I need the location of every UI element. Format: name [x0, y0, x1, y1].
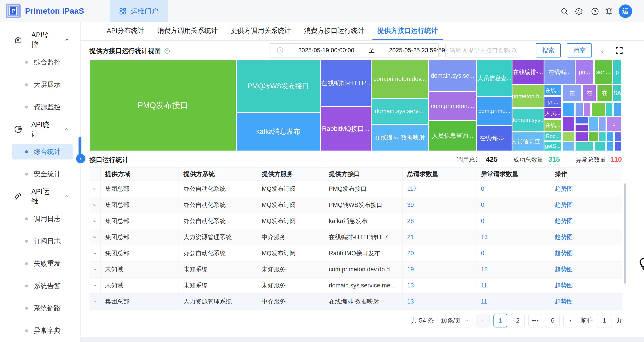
error-requests-link[interactable]: 13	[481, 234, 488, 241]
treemap-cell[interactable]	[589, 132, 598, 141]
treemap-cell[interactable]: 在线编排-HTTP...	[320, 60, 371, 107]
treemap-cell[interactable]: p	[606, 117, 622, 131]
row-expand-icon[interactable]	[90, 262, 101, 277]
treemap-cell[interactable]	[599, 117, 606, 131]
treemap-cell[interactable]	[614, 142, 622, 151]
treemap-cell[interactable]: pri...	[544, 96, 562, 107]
error-requests-link[interactable]: 11	[481, 298, 487, 305]
row-expand-icon[interactable]	[90, 278, 101, 293]
title-help-icon[interactable]: ?	[164, 48, 170, 54]
sidebar-item-安全统计[interactable]: 安全统计	[0, 163, 80, 185]
error-requests-link[interactable]: 0	[481, 250, 484, 257]
total-requests-link[interactable]: 20	[407, 250, 414, 257]
row-expand-icon[interactable]	[90, 294, 101, 309]
treemap-cell[interactable]: SA	[613, 85, 622, 102]
treemap-cell[interactable]: 人员信息查...	[512, 132, 544, 151]
back-arrow-icon[interactable]: ←	[599, 43, 609, 57]
treemap-cell[interactable]: 人员...	[544, 108, 562, 119]
treemap-cell[interactable]: 人员信息查...	[477, 60, 512, 97]
treemap-cell[interactable]	[575, 102, 583, 116]
trend-chart-link[interactable]: 趋势图	[555, 185, 573, 193]
treemap-cell[interactable]	[562, 142, 575, 151]
treemap-cell[interactable]	[594, 142, 606, 151]
notification-bell-icon[interactable]	[605, 7, 613, 16]
row-expand-icon[interactable]	[90, 197, 101, 213]
more-pages-button[interactable]: •••	[528, 314, 542, 328]
treemap-cell[interactable]	[562, 132, 575, 141]
treemap-cell[interactable]: getS...	[544, 141, 562, 151]
error-requests-link[interactable]: 0	[481, 186, 484, 192]
sidebar-item-综合监控[interactable]: 综合监控	[0, 51, 80, 73]
treemap-cell[interactable]: 在线...	[544, 119, 562, 131]
treemap-cell[interactable]	[575, 132, 588, 141]
sidebar-item-大屏展示[interactable]: 大屏展示	[0, 73, 80, 96]
treemap-cell[interactable]: RabbitMQ接口...	[320, 107, 371, 151]
search-icon[interactable]	[560, 7, 569, 16]
sidebar-group-1[interactable]: API统计	[0, 118, 80, 140]
treemap-cell[interactable]	[606, 132, 614, 141]
treemap-cell[interactable]: PMQ发布接口	[90, 60, 236, 151]
sidebar-group-2[interactable]: API运维	[0, 185, 80, 208]
treemap-cell[interactable]: domain.sys.servi...	[371, 98, 428, 124]
treemap-cell[interactable]	[575, 117, 588, 124]
treemap-cell[interactable]	[599, 132, 606, 141]
sidebar-item-失败重发[interactable]: 失败重发	[0, 252, 80, 275]
treemap-cell[interactable]: domain.sys.se...	[428, 60, 477, 92]
goto-page-input[interactable]	[597, 314, 612, 328]
sidebar-item-综合统计[interactable]: 综合统计	[0, 140, 80, 163]
total-requests-link[interactable]: 28	[407, 218, 414, 224]
tab-提供方调用关系统计[interactable]: 提供方调用关系统计	[226, 22, 296, 40]
prev-page-button[interactable]: ‹	[476, 314, 490, 328]
tab-消费方接口运行统计[interactable]: 消费方接口运行统计	[299, 22, 369, 40]
treemap-cell[interactable]	[606, 142, 614, 151]
treemap-cell[interactable]: com.prime...	[477, 97, 512, 126]
treemap-cell[interactable]	[584, 102, 591, 116]
sidebar-group-0[interactable]: API监控	[0, 29, 80, 51]
treemap-cell[interactable]: 在	[562, 85, 582, 102]
treemap-cell[interactable]: primeton.h...	[512, 85, 544, 108]
sidebar-collapse-button[interactable]: ‹	[76, 154, 86, 163]
tab-API分布统计[interactable]: API分布统计	[102, 22, 149, 40]
search-button[interactable]: 搜索	[536, 43, 561, 58]
treemap-cell[interactable]	[614, 132, 622, 141]
clear-button[interactable]: 清空	[567, 43, 592, 58]
treemap-cell[interactable]: 在	[597, 85, 612, 102]
total-requests-link[interactable]: 39	[407, 202, 414, 208]
row-expand-icon[interactable]	[90, 245, 101, 261]
treemap-cell[interactable]: PMQ转WS发布接口	[236, 60, 320, 112]
date-range-picker[interactable]: 2025-05-19 00:00:00 至 2025-05-25 23:59:5…	[270, 43, 439, 58]
total-requests-link[interactable]: 19	[407, 266, 414, 273]
row-expand-icon[interactable]	[90, 181, 101, 196]
sidebar-item-订阅日志[interactable]: 订阅日志	[0, 230, 80, 252]
total-requests-link[interactable]: 21	[407, 234, 414, 241]
trend-chart-link[interactable]: 趋势图	[555, 201, 573, 209]
treemap-cell[interactable]	[575, 124, 588, 131]
treemap-cell[interactable]	[606, 102, 613, 116]
treemap-cell[interactable]	[589, 117, 598, 131]
sidebar-item-系统告警[interactable]: 系统告警	[0, 275, 80, 297]
treemap-cell[interactable]: 在线编...	[544, 60, 575, 84]
treemap-cell[interactable]: com.primeton.dev...	[371, 60, 428, 98]
treemap-cell[interactable]: 人员信息查询...	[428, 121, 477, 151]
treemap-cell[interactable]: com.primeton....	[428, 92, 477, 121]
total-requests-link[interactable]: 13	[407, 282, 414, 289]
table-scrollbar[interactable]	[624, 184, 626, 284]
treemap-cell[interactable]: kafka消息发布	[236, 112, 320, 151]
error-requests-link[interactable]: 11	[481, 282, 487, 289]
sidebar-item-系统链路[interactable]: 系统链路	[0, 297, 80, 320]
row-expand-icon[interactable]	[90, 229, 101, 245]
treemap-cell[interactable]	[592, 102, 605, 116]
sidebar-item-异常字典[interactable]: 异常字典	[0, 320, 80, 342]
page-button-6[interactable]: 6	[546, 314, 560, 328]
error-requests-link[interactable]: 0	[481, 202, 484, 208]
trend-chart-link[interactable]: 趋势图	[555, 217, 573, 225]
fullscreen-icon[interactable]	[615, 46, 624, 55]
treemap-cell[interactable]: 在	[582, 85, 596, 102]
lightbulb-icon[interactable]	[636, 257, 644, 271]
row-expand-icon[interactable]	[90, 213, 101, 229]
treemap-cell[interactable]: 在线编排-...	[512, 60, 544, 84]
total-requests-link[interactable]: 117	[407, 186, 417, 192]
treemap-cell[interactable]: 在线编排-数据映射	[371, 124, 428, 151]
treemap-cell[interactable]: pri...	[575, 60, 594, 84]
error-requests-link[interactable]: 0	[481, 218, 484, 224]
